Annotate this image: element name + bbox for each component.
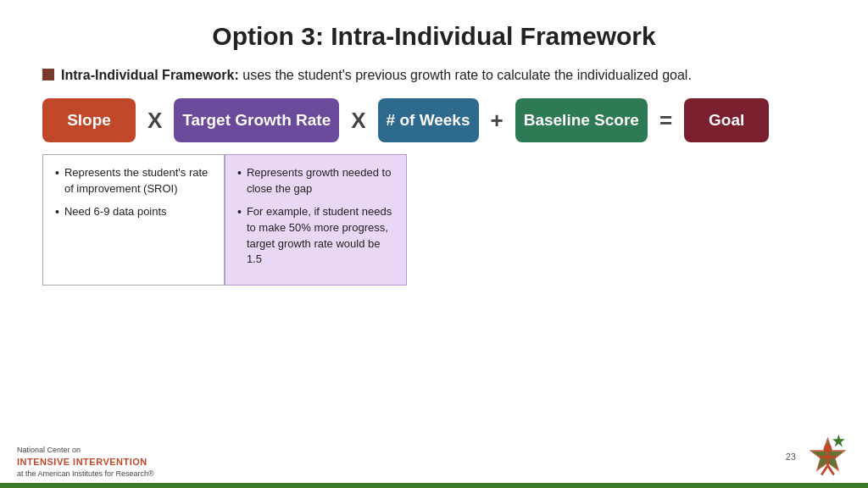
org-line1: National Center on xyxy=(17,445,154,456)
logo-icon xyxy=(804,433,851,480)
tgr-box: Target Growth Rate xyxy=(174,98,339,142)
svg-point-2 xyxy=(824,445,832,452)
operator-x2: X xyxy=(348,108,369,134)
operator-x1: X xyxy=(144,108,165,134)
footer-right: 23 xyxy=(786,433,851,480)
bullet-section: Intra-Individual Framework: uses the stu… xyxy=(42,66,826,85)
svg-marker-7 xyxy=(832,435,845,447)
green-bar xyxy=(0,483,868,488)
bullet-rest: uses the student's previous growth rate … xyxy=(239,68,692,82)
page-title: Option 3: Intra-Individual Framework xyxy=(42,22,826,51)
slide: Option 3: Intra-Individual Framework Int… xyxy=(0,0,868,488)
bullet-icon xyxy=(42,69,54,80)
bullet-bold: Intra-Individual Framework: xyxy=(61,68,239,82)
tgr-item-1: Represents growth needed to close the ga… xyxy=(237,165,394,197)
slope-list: Represents the student's rate of improve… xyxy=(55,165,212,220)
page-number: 23 xyxy=(786,452,796,462)
org-name: INTENSIVE INTERVENTION xyxy=(17,456,154,469)
formula-row: Slope X Target Growth Rate X # of Weeks … xyxy=(42,98,826,142)
footer-logo-text: National Center on INTENSIVE INTERVENTIO… xyxy=(17,445,154,480)
info-tgr-box: Represents growth needed to close the ga… xyxy=(225,154,407,286)
bullet-text: Intra-Individual Framework: uses the stu… xyxy=(61,66,692,85)
slope-item-1: Represents the student's rate of improve… xyxy=(55,165,212,197)
operator-equals: = xyxy=(656,108,676,134)
info-slope-box: Represents the student's rate of improve… xyxy=(42,154,225,286)
slope-item-2: Need 6-9 data points xyxy=(55,204,212,221)
goal-box: Goal xyxy=(684,98,769,142)
operator-plus: + xyxy=(487,108,507,134)
weeks-box: # of Weeks xyxy=(378,98,479,142)
baseline-box: Baseline Score xyxy=(515,98,648,142)
tgr-item-2: For example, if student needs to make 50… xyxy=(237,204,394,268)
slope-box: Slope xyxy=(42,98,136,142)
org-line3: at the American Institutes for Research® xyxy=(17,469,154,480)
info-row: Represents the student's rate of improve… xyxy=(42,154,826,286)
tgr-list: Represents growth needed to close the ga… xyxy=(237,165,394,268)
footer: National Center on INTENSIVE INTERVENTIO… xyxy=(0,433,868,480)
